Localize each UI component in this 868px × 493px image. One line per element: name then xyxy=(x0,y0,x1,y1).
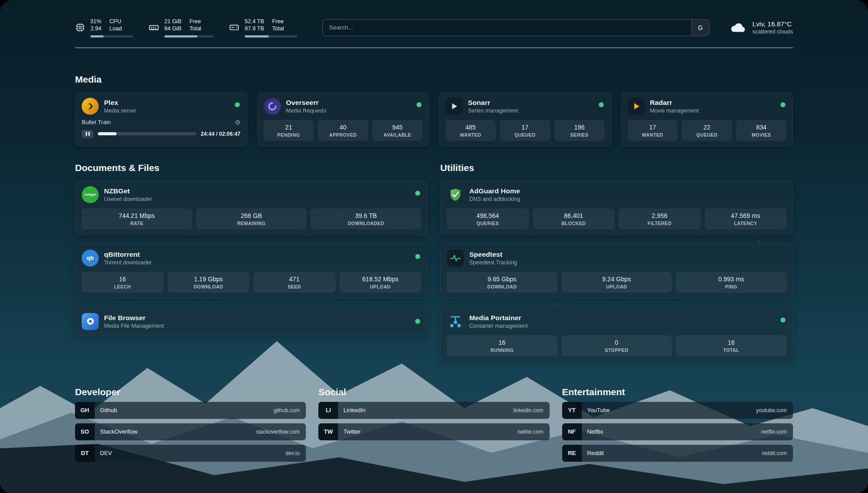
weather-condition: scattered clouds xyxy=(752,29,793,35)
bookmark-name: Reddit xyxy=(587,450,762,456)
cpu-meter xyxy=(90,35,133,38)
service-card-adguard[interactable]: AdGuard Home DNS and adblocking 498,564Q… xyxy=(440,180,793,235)
bookmark-youtube[interactable]: YT YouTube youtube.com xyxy=(562,402,793,419)
stat-tile: 21PENDING xyxy=(264,120,314,141)
service-card-sonarr[interactable]: Sonarr Series management 485WANTED 17QUE… xyxy=(439,92,611,146)
cpu-load-value: 2.94 xyxy=(91,25,101,32)
bookmark-abbr: RE xyxy=(562,445,582,462)
stat-tile: 498,564QUERIES xyxy=(447,209,529,229)
stat-tile: 485WANTED xyxy=(446,120,496,141)
disk-free-value: 52.4 TB xyxy=(245,18,264,25)
bookmark-name: LinkedIn xyxy=(343,407,513,414)
pause-button[interactable] xyxy=(82,130,93,138)
service-name: File Browser xyxy=(104,314,164,322)
search-input[interactable] xyxy=(323,20,691,36)
service-subtitle: Series management xyxy=(468,108,518,114)
service-card-qbittorrent[interactable]: qb qBittorrent Torrent downloader 16LEEC… xyxy=(75,244,428,298)
status-dot xyxy=(417,102,421,107)
service-name: Overseerr xyxy=(286,99,326,107)
bookmark-name: Netflix xyxy=(587,428,761,435)
bookmark-github[interactable]: GH Github github.com xyxy=(75,402,306,419)
now-playing-title: Bullet Train xyxy=(82,119,111,125)
section-developer: Developer GH Github github.com SO StackO… xyxy=(75,387,306,462)
service-card-filebrowser[interactable]: File Browser Media File Management xyxy=(75,307,428,336)
disk-icon xyxy=(229,22,240,33)
stat-tile: 40APPROVED xyxy=(318,120,368,141)
disk-meter xyxy=(245,35,297,38)
bookmark-name: Github xyxy=(100,407,274,414)
service-card-radarr[interactable]: Radarr Movie management 17WANTED 22QUEUE… xyxy=(621,92,793,146)
service-name: Sonarr xyxy=(468,99,518,107)
service-name: Media Portainer xyxy=(469,314,528,322)
bookmark-abbr: YT xyxy=(562,402,582,419)
cpu-percent: 31% xyxy=(90,18,101,25)
bookmark-url: linkedin.com xyxy=(513,407,543,414)
section-title-social: Social xyxy=(318,387,549,397)
bookmark-name: StackOverflow xyxy=(100,428,256,435)
weather-widget: Lviv, 16.87°C scattered clouds xyxy=(730,20,793,35)
service-name: NZBGet xyxy=(104,187,152,195)
bookmark-url: stackoverflow.com xyxy=(256,429,300,435)
service-subtitle: Torrent downloader xyxy=(104,259,152,266)
bookmark-linkedin[interactable]: LI LinkedIn linkedin.com xyxy=(318,402,549,419)
stat-tile: 86,401BLOCKED xyxy=(533,209,615,229)
cpu-load-label: Load xyxy=(109,25,122,32)
section-documents: Documents & Files nzbget NZBGet Usenet d… xyxy=(75,163,428,362)
top-bar: 31% 2.94 CPU Load xyxy=(75,18,793,38)
stat-tile: 266 GBREMAINING xyxy=(196,209,307,229)
status-dot xyxy=(235,102,240,107)
weather-location: Lviv, 16.87°C xyxy=(752,20,793,28)
dashboard-screen: 31% 2.94 CPU Load xyxy=(0,0,868,493)
stat-tile: 16RUNNING xyxy=(447,335,557,356)
stat-tile: 16LEECH xyxy=(82,272,163,292)
memory-widget: 21 GiB 64 GiB Free Total xyxy=(148,18,213,38)
stat-tile: 2,956FILTERED xyxy=(619,209,701,229)
search-provider-button[interactable]: G xyxy=(691,20,709,36)
search-bar: G xyxy=(322,19,709,36)
service-card-nzbget[interactable]: nzbget NZBGet Usenet downloader 744.21 M… xyxy=(75,180,428,235)
memory-total-label: Total xyxy=(189,25,201,32)
bookmark-reddit[interactable]: RE Reddit reddit.com xyxy=(562,445,793,462)
bookmark-url: twitter.com xyxy=(517,429,543,435)
service-card-speedtest[interactable]: Speedtest Speedtest Tracking 9.65 GbpsDO… xyxy=(440,244,793,298)
speedtest-icon xyxy=(447,250,464,267)
section-title-utilities: Utilities xyxy=(440,163,793,173)
bookmark-stackoverflow[interactable]: SO StackOverflow stackoverflow.com xyxy=(75,423,306,440)
bookmark-url: reddit.com xyxy=(762,450,787,456)
memory-total-value: 64 GiB xyxy=(164,25,181,32)
bookmark-abbr: DT xyxy=(75,445,95,462)
bookmark-netflix[interactable]: NF Netflix netflix.com xyxy=(562,423,793,440)
service-name: Radarr xyxy=(650,99,699,107)
bookmark-url: youtube.com xyxy=(756,407,787,414)
cloud-icon xyxy=(730,21,747,35)
section-social: Social LI LinkedIn linkedin.com TW Twitt… xyxy=(318,387,549,462)
bookmark-name: YouTube xyxy=(587,407,756,414)
bookmark-abbr: GH xyxy=(75,402,95,419)
status-dot xyxy=(780,102,785,107)
cpu-icon xyxy=(75,22,85,33)
memory-free-label: Free xyxy=(189,18,201,25)
section-title-documents: Documents & Files xyxy=(75,163,428,173)
bookmark-twitter[interactable]: TW Twitter twitter.com xyxy=(318,423,549,440)
service-subtitle: Usenet downloader xyxy=(104,196,152,202)
sonarr-icon xyxy=(446,98,463,115)
service-name: Plex xyxy=(104,99,136,107)
bookmark-url: dev.to xyxy=(286,450,300,456)
playback-time: 24:44 / 02:06:47 xyxy=(201,131,241,137)
disk-free-label: Free xyxy=(272,18,284,25)
nzbget-icon: nzbget xyxy=(82,186,99,203)
service-subtitle: Container management xyxy=(469,323,528,329)
bookmark-url: github.com xyxy=(274,407,300,414)
service-card-portainer[interactable]: Media Portainer Container management 16R… xyxy=(440,307,793,362)
bookmark-abbr: NF xyxy=(562,423,582,440)
portainer-icon xyxy=(447,313,464,330)
gear-icon[interactable]: ⚙ xyxy=(235,119,241,126)
bookmark-dev[interactable]: DT DEV dev.to xyxy=(75,445,306,462)
service-card-overseerr[interactable]: Overseerr Media Requests 21PENDING 40APP… xyxy=(257,92,430,146)
bookmark-url: netflix.com xyxy=(761,429,787,435)
service-card-plex[interactable]: Plex Media server Bullet Train ⚙ 24:44 /… xyxy=(75,92,247,146)
bookmark-name: Twitter xyxy=(343,428,517,435)
cpu-widget: 31% 2.94 CPU Load xyxy=(75,18,133,38)
status-dot xyxy=(599,102,604,107)
playback-progress-bar xyxy=(98,132,196,135)
